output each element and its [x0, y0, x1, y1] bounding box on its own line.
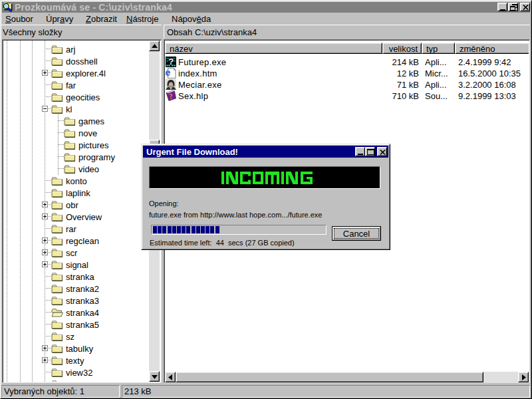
svg-text:?: ?: [168, 57, 174, 66]
svg-text:e: e: [166, 68, 171, 78]
